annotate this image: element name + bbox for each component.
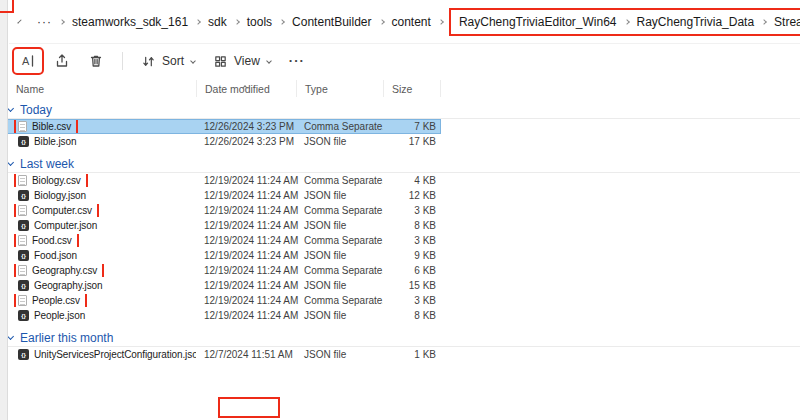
file-row[interactable]: Computer.json12/19/2024 11:24 AMJSON fil… bbox=[0, 218, 441, 233]
file-row[interactable]: Food.json12/19/2024 11:24 AMJSON file9 K… bbox=[0, 248, 441, 263]
column-header-date-modified[interactable]: Date modified bbox=[196, 80, 296, 97]
annotation-box-bottom bbox=[218, 397, 280, 418]
group-header[interactable]: Last week bbox=[0, 155, 800, 173]
file-type: Comma Separate... bbox=[296, 205, 383, 216]
chevron-right-icon bbox=[624, 19, 630, 25]
breadcrumb-item[interactable]: steamworks_sdk_161 bbox=[69, 13, 191, 31]
group-header[interactable]: Today bbox=[0, 101, 800, 119]
rename-button[interactable]: A bbox=[13, 48, 43, 74]
file-date-modified: 12/26/2024 3:23 PM bbox=[196, 121, 296, 132]
delete-icon bbox=[88, 53, 104, 69]
breadcrumb-overflow[interactable]: ··· bbox=[34, 13, 55, 31]
file-size: 15 KB bbox=[383, 280, 441, 291]
chevron-down-icon[interactable] bbox=[7, 333, 14, 340]
breadcrumb-item[interactable]: ContentBuilder bbox=[289, 13, 374, 31]
file-size: 8 KB bbox=[383, 310, 441, 321]
file-row[interactable]: Biology.csv12/19/2024 11:24 AMComma Sepa… bbox=[0, 173, 441, 188]
column-header-name[interactable]: Name bbox=[0, 80, 196, 97]
file-name: Computer.json bbox=[34, 220, 97, 231]
file-type: Comma Separate... bbox=[296, 235, 383, 246]
more-options-button[interactable]: ··· bbox=[282, 51, 312, 71]
file-name: Biology.csv bbox=[32, 175, 81, 186]
column-header-type[interactable]: Type bbox=[296, 80, 383, 97]
file-row[interactable]: Geography.json12/19/2024 11:24 AMJSON fi… bbox=[0, 278, 441, 293]
breadcrumb-annotation-box: RayChengTriviaEditor_Win64RayChengTrivia… bbox=[451, 10, 800, 34]
column-headers: Name Date modified Type Size bbox=[0, 80, 441, 97]
file-name-cell: Computer.csv bbox=[0, 204, 196, 217]
file-name: UnityServicesProjectConfiguration.json bbox=[34, 349, 196, 360]
view-grid-icon bbox=[213, 54, 228, 69]
file-size: 4 KB bbox=[383, 175, 441, 186]
file-name: Food.csv bbox=[32, 235, 72, 246]
file-name-cell: Bible.csv bbox=[0, 120, 196, 133]
chevron-right-icon bbox=[59, 19, 65, 25]
breadcrumb-separator-icon bbox=[625, 20, 629, 24]
file-row[interactable]: Food.csv12/19/2024 11:24 AMComma Separat… bbox=[0, 233, 441, 248]
file-name-wrap: People.json bbox=[16, 309, 90, 322]
file-row[interactable]: Bible.csv12/26/2024 3:23 PMComma Separat… bbox=[0, 119, 441, 134]
file-date-modified: 12/7/2024 11:51 AM bbox=[196, 349, 296, 360]
breadcrumb-item[interactable]: content bbox=[389, 13, 434, 31]
breadcrumb-separator-icon bbox=[380, 20, 384, 24]
address-bar[interactable]: ··· steamworks_sdk_161sdktoolsContentBui… bbox=[9, 0, 800, 44]
file-row[interactable]: UnityServicesProjectConfiguration.json12… bbox=[0, 347, 441, 362]
file-size: 12 KB bbox=[383, 190, 441, 201]
file-type: Comma Separate... bbox=[296, 295, 383, 306]
sort-button[interactable]: Sort bbox=[134, 49, 202, 74]
column-header-size[interactable]: Size bbox=[383, 80, 441, 97]
file-type: JSON file bbox=[296, 136, 383, 147]
breadcrumb-separator-icon bbox=[60, 20, 64, 24]
view-button[interactable]: View bbox=[206, 49, 278, 74]
file-row[interactable]: Computer.csv12/19/2024 11:24 AMComma Sep… bbox=[0, 203, 441, 218]
file-name: Geography.json bbox=[34, 280, 102, 291]
breadcrumb-separator-icon bbox=[762, 20, 766, 24]
column-header-type-label: Type bbox=[305, 83, 328, 95]
file-group: Earlier this monthUnityServicesProjectCo… bbox=[0, 329, 800, 362]
chevron-down-icon[interactable] bbox=[7, 105, 14, 112]
file-date-modified: 12/19/2024 11:24 AM bbox=[196, 175, 296, 186]
breadcrumb-item[interactable]: RayChengTriviaEditor_Win64 bbox=[456, 13, 620, 31]
group-header[interactable]: Earlier this month bbox=[0, 329, 800, 347]
file-date-modified: 12/19/2024 11:24 AM bbox=[196, 190, 296, 201]
file-name-cell: Bible.json bbox=[0, 135, 196, 148]
file-date-modified: 12/19/2024 11:24 AM bbox=[196, 205, 296, 216]
breadcrumb-separator-icon bbox=[280, 20, 284, 24]
file-name-cell: UnityServicesProjectConfiguration.json bbox=[0, 348, 196, 361]
file-row[interactable]: Biology.json12/19/2024 11:24 AMJSON file… bbox=[0, 188, 441, 203]
file-type: JSON file bbox=[296, 220, 383, 231]
file-row[interactable]: People.csv12/19/2024 11:24 AMComma Separ… bbox=[0, 293, 441, 308]
file-group: TodayBible.csv12/26/2024 3:23 PMComma Se… bbox=[0, 101, 800, 149]
file-name-cell: Computer.json bbox=[0, 219, 196, 232]
group-label: Earlier this month bbox=[20, 331, 113, 345]
file-size: 3 KB bbox=[383, 235, 441, 246]
file-size: 8 KB bbox=[383, 220, 441, 231]
file-name-wrap: Bible.csv bbox=[16, 120, 76, 133]
chevron-down-icon[interactable] bbox=[7, 159, 14, 166]
file-date-modified: 12/19/2024 11:24 AM bbox=[196, 235, 296, 246]
breadcrumb-item[interactable]: sdk bbox=[205, 13, 230, 31]
json-file-icon bbox=[18, 136, 29, 147]
json-file-icon bbox=[18, 310, 29, 321]
file-row[interactable]: People.json12/19/2024 11:24 AMJSON file8… bbox=[0, 308, 441, 323]
navigation-pane-edge bbox=[0, 0, 8, 420]
file-size: 9 KB bbox=[383, 250, 441, 261]
file-name-wrap: People.csv bbox=[16, 294, 85, 307]
share-button[interactable] bbox=[47, 48, 77, 74]
breadcrumb: steamworks_sdk_161sdktoolsContentBuilder… bbox=[55, 10, 800, 34]
file-name-wrap: Food.csv bbox=[16, 234, 77, 247]
address-chevron-down-icon[interactable] bbox=[17, 19, 21, 23]
toolbar: A Sort View ··· bbox=[9, 44, 800, 78]
chevron-right-icon bbox=[379, 19, 385, 25]
breadcrumb-item[interactable]: StreamingAssets bbox=[771, 13, 800, 31]
sort-label: Sort bbox=[162, 54, 184, 68]
breadcrumb-item[interactable]: tools bbox=[244, 13, 275, 31]
breadcrumb-item[interactable]: RayChengTrivia_Data bbox=[634, 13, 758, 31]
delete-button[interactable] bbox=[81, 48, 111, 74]
file-size: 6 KB bbox=[383, 265, 441, 276]
chevron-right-icon bbox=[438, 19, 444, 25]
file-date-modified: 12/19/2024 11:24 AM bbox=[196, 220, 296, 231]
file-name-cell: Food.json bbox=[0, 249, 196, 262]
file-row[interactable]: Geography.csv12/19/2024 11:24 AMComma Se… bbox=[0, 263, 441, 278]
file-row[interactable]: Bible.json12/26/2024 3:23 PMJSON file17 … bbox=[0, 134, 441, 149]
file-size: 3 KB bbox=[383, 205, 441, 216]
